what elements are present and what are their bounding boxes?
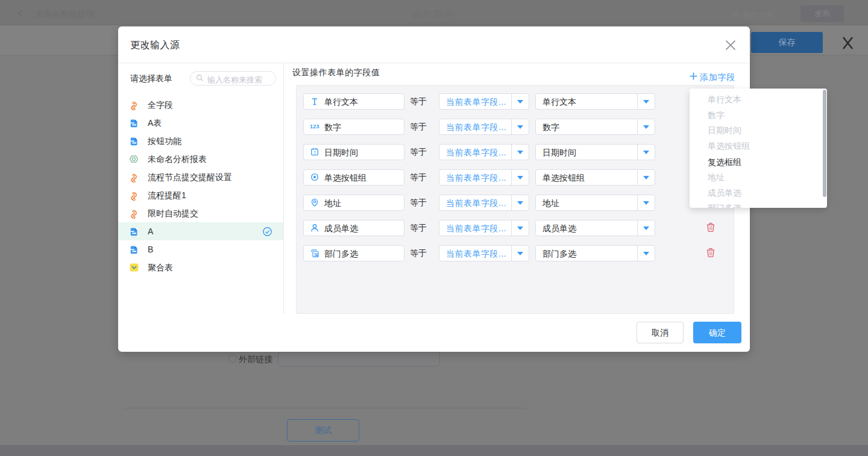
svg-text:7: 7 bbox=[313, 150, 316, 155]
